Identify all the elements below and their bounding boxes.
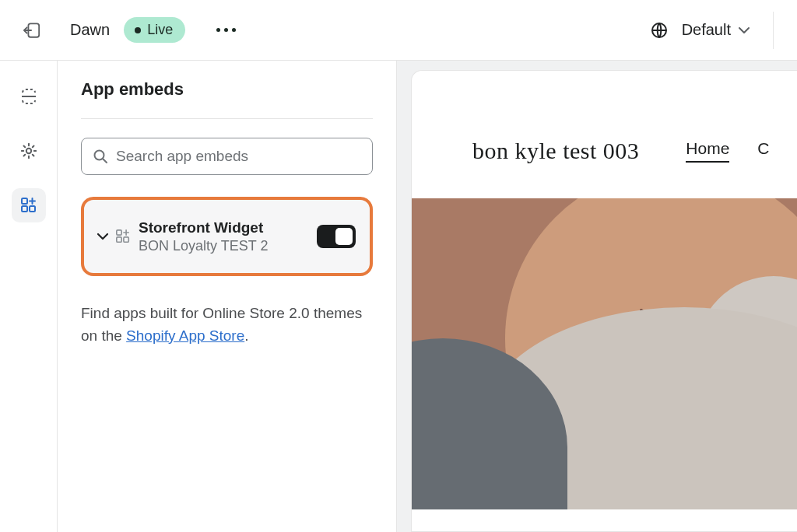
status-badge: Live: [124, 17, 185, 43]
nav-next[interactable]: C: [757, 139, 769, 163]
svg-rect-4: [30, 206, 35, 212]
rail-item-settings[interactable]: [12, 134, 46, 168]
store-header: bon kyle test 003 Home C: [412, 107, 797, 195]
side-rail: [0, 61, 58, 532]
more-actions-button[interactable]: [216, 28, 236, 32]
status-badge-label: Live: [147, 22, 173, 38]
helper-suffix: .: [244, 327, 248, 344]
store-title[interactable]: bon kyle test 003: [472, 138, 639, 164]
svg-rect-9: [117, 230, 121, 235]
toggle-knob: [335, 228, 353, 245]
store-nav: Home C: [686, 139, 769, 163]
status-dot-icon: [135, 27, 141, 33]
expand-button[interactable]: [97, 232, 109, 241]
embed-title: Storefront Widget: [139, 219, 317, 237]
globe-icon: [651, 22, 668, 39]
svg-rect-5: [22, 198, 27, 204]
side-panel: App embeds Search app embeds St: [58, 61, 397, 532]
main-area: App embeds Search app embeds St: [0, 61, 797, 532]
panel-title: App embeds: [81, 79, 373, 119]
svg-rect-7: [117, 237, 121, 242]
chevron-down-icon[interactable]: [739, 23, 750, 37]
preview-pane: bon kyle test 003 Home C: [397, 61, 797, 532]
nav-home[interactable]: Home: [686, 139, 729, 163]
theme-name[interactable]: Dawn: [70, 21, 110, 39]
preview-frame: bon kyle test 003 Home C: [411, 70, 797, 532]
embed-subtitle: BON Loyalty TEST 2: [139, 237, 317, 255]
app-embed-card: Storefront Widget BON Loyalty TEST 2: [81, 197, 373, 276]
app-grid-icon: [115, 229, 131, 244]
top-bar: Dawn Live Default: [0, 0, 797, 61]
topbar-divider: [773, 12, 774, 49]
locale-selector[interactable]: Default: [682, 21, 731, 39]
rail-item-sections[interactable]: [12, 79, 46, 114]
search-input[interactable]: Search app embeds: [81, 138, 373, 175]
app-store-link[interactable]: Shopify App Store: [126, 327, 244, 344]
search-icon: [93, 149, 108, 164]
helper-text: Find apps built for Online Store 2.0 the…: [81, 303, 373, 347]
rail-item-app-embeds[interactable]: [12, 188, 46, 222]
svg-rect-3: [22, 206, 27, 212]
embed-toggle[interactable]: [317, 225, 356, 248]
exit-icon[interactable]: [23, 22, 40, 39]
svg-point-2: [26, 149, 30, 153]
svg-point-6: [95, 151, 104, 160]
hero-image: [412, 198, 797, 509]
svg-rect-8: [124, 237, 128, 242]
search-placeholder: Search app embeds: [116, 148, 248, 165]
